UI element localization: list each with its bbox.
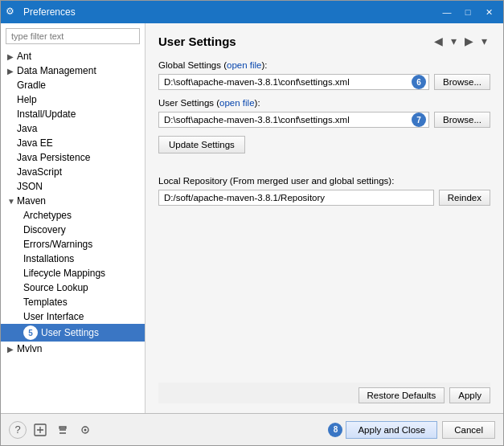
global-browse-button[interactable]: Browse... — [434, 74, 490, 90]
user-settings-row: 7 Browse... — [158, 112, 490, 128]
sidebar-item-install-update[interactable]: Install/Update — [1, 107, 145, 121]
sidebar: ▶ Ant ▶ Data Management Gradle Help — [1, 23, 145, 413]
right-panel: User Settings ◀ ▾ ▶ ▾ Global Settings (o… — [145, 23, 503, 413]
sidebar-item-source-lookup[interactable]: Source Lookup — [1, 280, 145, 295]
arrow-icon: ▼ — [7, 197, 17, 206]
window-title: Preferences — [23, 6, 437, 18]
nav-buttons: ◀ ▾ ▶ ▾ — [431, 33, 490, 49]
user-settings-link[interactable]: open file — [219, 98, 254, 108]
local-repo-label: Local Repository (From merged user and g… — [158, 176, 490, 186]
update-settings-area: Update Settings — [158, 136, 490, 165]
badge-6: 6 — [412, 75, 426, 89]
sidebar-item-ant[interactable]: ▶ Ant — [1, 49, 145, 63]
user-settings-label: User Settings (open file): — [158, 98, 490, 108]
settings-icon[interactable] — [76, 421, 94, 439]
arrow-icon: ▶ — [7, 67, 17, 76]
apply-close-wrapper: 8 Apply and Close — [328, 421, 437, 439]
sidebar-item-user-interface[interactable]: User Interface — [1, 309, 145, 324]
sidebar-item-discovery[interactable]: Discovery — [1, 223, 145, 237]
window-icon: ⚙ — [6, 6, 18, 18]
nav-dropdown-button[interactable]: ▾ — [448, 33, 460, 49]
sidebar-item-javascript[interactable]: JavaScript — [1, 165, 145, 179]
main-content: ▶ Ant ▶ Data Management Gradle Help — [1, 23, 503, 413]
restore-defaults-button[interactable]: Restore Defaults — [359, 387, 445, 403]
panel-title: User Settings — [158, 35, 236, 48]
export-icon[interactable] — [31, 421, 49, 439]
local-repo-row: Reindex — [158, 190, 490, 206]
title-bar: ⚙ Preferences — □ ✕ — [1, 1, 503, 23]
sidebar-item-lifecycle-mappings[interactable]: Lifecycle Mappings — [1, 266, 145, 280]
sidebar-item-java-ee[interactable]: Java EE — [1, 136, 145, 150]
global-settings-row: 6 Browse... — [158, 74, 490, 90]
panel-header: User Settings ◀ ▾ ▶ ▾ — [158, 33, 490, 49]
apply-close-button[interactable]: Apply and Close — [346, 421, 437, 439]
nav-forward-dropdown-button[interactable]: ▾ — [478, 33, 490, 49]
minimize-button[interactable]: — — [437, 5, 457, 19]
sidebar-item-mvlvn[interactable]: ▶ Mvlvn — [1, 342, 145, 356]
sidebar-item-user-settings[interactable]: 5 User Settings — [1, 324, 145, 342]
footer-bar: ? 8 Apply and Close Cancel — [1, 413, 503, 445]
svg-point-2 — [84, 428, 87, 431]
apply-button[interactable]: Apply — [449, 387, 490, 403]
nav-back-button[interactable]: ◀ — [431, 33, 446, 49]
filter-input[interactable] — [6, 28, 140, 44]
user-settings-input[interactable] — [158, 112, 429, 128]
close-button[interactable]: ✕ — [479, 5, 498, 19]
help-icon[interactable]: ? — [9, 421, 27, 439]
sidebar-item-json[interactable]: JSON — [1, 179, 145, 194]
sidebar-item-maven[interactable]: ▼ Maven — [1, 194, 145, 208]
sidebar-item-templates[interactable]: Templates — [1, 295, 145, 309]
global-settings-label: Global Settings (open file): — [158, 60, 490, 70]
arrow-icon: ▶ — [7, 345, 17, 354]
sidebar-item-installations[interactable]: Installations — [1, 252, 145, 266]
user-settings-input-wrapper: 7 — [158, 112, 429, 128]
update-settings-button[interactable]: Update Settings — [158, 136, 245, 153]
badge-7: 7 — [412, 113, 426, 127]
nav-forward-button[interactable]: ▶ — [461, 33, 477, 49]
global-settings-input-wrapper: 6 — [158, 74, 429, 90]
sidebar-item-archetypes[interactable]: Archetypes — [1, 208, 145, 223]
user-browse-button[interactable]: Browse... — [434, 112, 490, 128]
preferences-window: ⚙ Preferences — □ ✕ ▶ Ant ▶ Data Managem… — [0, 0, 504, 446]
cancel-button[interactable]: Cancel — [442, 421, 495, 439]
sidebar-item-gradle[interactable]: Gradle — [1, 78, 145, 92]
import-icon[interactable] — [54, 421, 72, 439]
global-settings-link[interactable]: open file — [227, 60, 261, 70]
sidebar-item-errors-warnings[interactable]: Errors/Warnings — [1, 237, 145, 252]
title-bar-controls: — □ ✕ — [437, 5, 498, 19]
badge-5: 5 — [23, 325, 38, 340]
local-repo-input[interactable] — [158, 190, 434, 206]
tree-area: ▶ Ant ▶ Data Management Gradle Help — [1, 49, 145, 413]
sidebar-item-data-management[interactable]: ▶ Data Management — [1, 63, 145, 78]
sidebar-item-java[interactable]: Java — [1, 121, 145, 136]
arrow-icon: ▶ — [7, 52, 17, 61]
sidebar-item-java-persistence[interactable]: Java Persistence — [1, 150, 145, 165]
reindex-button[interactable]: Reindex — [439, 190, 490, 206]
maximize-button[interactable]: □ — [458, 5, 477, 19]
global-settings-input[interactable] — [158, 74, 429, 90]
action-bar: Restore Defaults Apply — [158, 383, 490, 403]
badge-8: 8 — [328, 423, 342, 437]
sidebar-item-help[interactable]: Help — [1, 92, 145, 107]
